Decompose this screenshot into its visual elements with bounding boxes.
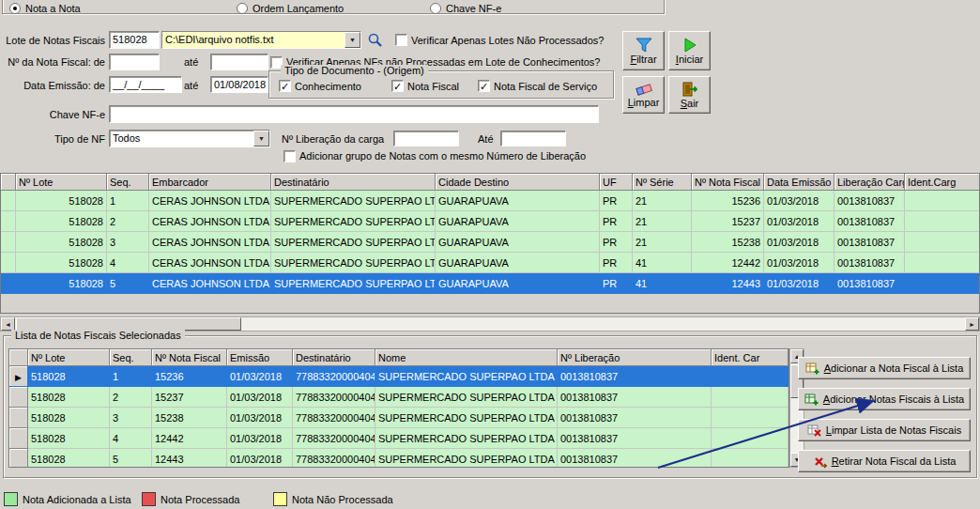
cell[interactable] bbox=[712, 387, 789, 408]
cell[interactable]: SUPERMERCADO SUPERPAO LTDA bbox=[375, 387, 558, 408]
cell[interactable]: 77883320000404 bbox=[293, 428, 375, 449]
cell[interactable] bbox=[905, 253, 980, 273]
cell[interactable] bbox=[905, 273, 980, 294]
data-ate-input[interactable]: 01/08/2018 bbox=[210, 76, 268, 93]
column-header[interactable]: Nº Nota Fiscal bbox=[152, 349, 227, 366]
cell[interactable]: 15238 bbox=[692, 232, 764, 253]
radio-nota-a-nota[interactable]: Nota a Nota bbox=[9, 2, 81, 15]
cell[interactable]: 01/03/2018 bbox=[764, 191, 835, 211]
cell[interactable]: 0013810837 bbox=[835, 273, 905, 294]
cell[interactable]: SUPERMERCADO SUPERPAO LTDA bbox=[375, 408, 558, 428]
cell[interactable]: 0013810837 bbox=[558, 428, 712, 449]
cell[interactable]: PR bbox=[600, 191, 633, 211]
data-de-input[interactable]: __/__/____ bbox=[109, 76, 182, 93]
cell[interactable]: GUARAPUAVA bbox=[436, 191, 600, 211]
column-header[interactable]: UF bbox=[600, 174, 633, 191]
cell[interactable]: 01/03/2018 bbox=[764, 211, 835, 232]
cell[interactable] bbox=[905, 232, 980, 253]
cell[interactable]: 01/03/2018 bbox=[227, 387, 293, 408]
notas-selecionadas-grid[interactable]: Nº LoteSeq.Nº Nota FiscalEmissãoDestinat… bbox=[8, 348, 789, 468]
cell[interactable]: GUARAPUAVA bbox=[436, 232, 600, 253]
cell[interactable] bbox=[712, 449, 789, 468]
scroll-right-icon[interactable]: ► bbox=[965, 317, 979, 331]
cell[interactable]: 1 bbox=[107, 191, 149, 211]
cell[interactable]: 0013810837 bbox=[835, 191, 905, 211]
cell[interactable]: 5 bbox=[110, 449, 152, 468]
cell[interactable]: 01/03/2018 bbox=[227, 366, 293, 387]
cell[interactable]: PR bbox=[600, 232, 633, 253]
cell[interactable]: 518028 bbox=[16, 232, 107, 253]
table-row[interactable]: 5180285CERAS JOHNSON LTDASUPERMERCADO SU… bbox=[1, 273, 979, 294]
cell[interactable]: 01/03/2018 bbox=[227, 408, 293, 428]
cell[interactable]: 0013810837 bbox=[835, 211, 905, 232]
column-header[interactable]: Nº Série bbox=[633, 174, 692, 191]
cell[interactable] bbox=[905, 191, 980, 211]
radio-icon[interactable] bbox=[430, 3, 441, 14]
table-row[interactable]: 5180281CERAS JOHNSON LTDASUPERMERCADO SU… bbox=[1, 191, 979, 211]
cell[interactable]: SUPERMERCADO SUPERPAO LTDA bbox=[271, 253, 436, 273]
cell[interactable]: 12442 bbox=[692, 253, 764, 273]
tipo-nf-value[interactable]: Todos bbox=[110, 131, 253, 147]
table-row[interactable]: 51802821523701/03/201877883320000404SUPE… bbox=[9, 387, 789, 408]
table-row[interactable]: 5180282CERAS JOHNSON LTDASUPERMERCADO SU… bbox=[1, 211, 979, 232]
cell[interactable]: GUARAPUAVA bbox=[436, 273, 600, 294]
cell[interactable]: SUPERMERCADO SUPERPAO LTDA bbox=[375, 449, 558, 468]
cell[interactable]: 2 bbox=[110, 387, 152, 408]
radio-icon[interactable] bbox=[237, 3, 248, 14]
column-header[interactable]: Nome bbox=[375, 349, 558, 366]
cell[interactable]: 518028 bbox=[16, 273, 107, 294]
column-header[interactable]: Ident.Carg bbox=[905, 174, 980, 191]
cell[interactable]: CERAS JOHNSON LTDA bbox=[149, 253, 271, 273]
radio-icon[interactable] bbox=[9, 3, 21, 14]
cell[interactable] bbox=[712, 366, 789, 387]
radio-ordem-lancamento[interactable]: Ordem Lançamento bbox=[237, 2, 344, 15]
cell[interactable]: 41 bbox=[633, 273, 692, 294]
cell[interactable]: SUPERMERCADO SUPERPAO LTDA bbox=[271, 232, 436, 253]
table-row[interactable]: 5180284CERAS JOHNSON LTDASUPERMERCADO SU… bbox=[1, 253, 979, 273]
cell[interactable]: 01/03/2018 bbox=[764, 273, 835, 294]
lote-input[interactable]: 518028 bbox=[109, 31, 160, 49]
cell[interactable]: 77883320000404 bbox=[293, 387, 375, 408]
cell[interactable]: SUPERMERCADO SUPERPAO LTDA bbox=[375, 366, 558, 387]
scroll-left-icon[interactable]: ◄ bbox=[1, 317, 15, 331]
tipo-nf-combobox[interactable]: Todos ▼ bbox=[109, 130, 270, 147]
arquivo-value[interactable]: C:\EDI\arquivo notfis.txt bbox=[162, 32, 345, 48]
cell[interactable]: SUPERMERCADO SUPERPAO LTDA bbox=[375, 428, 558, 449]
column-header[interactable]: Destinatário bbox=[293, 349, 375, 366]
iniciar-button[interactable]: Iniciar bbox=[668, 31, 711, 70]
cell[interactable]: 4 bbox=[107, 253, 149, 273]
column-header[interactable]: Nº Lote bbox=[16, 174, 107, 191]
column-header[interactable]: Embarcador bbox=[149, 174, 271, 191]
cell[interactable]: CERAS JOHNSON LTDA bbox=[149, 211, 271, 232]
cell[interactable]: 15238 bbox=[152, 408, 227, 428]
cell[interactable]: CERAS JOHNSON LTDA bbox=[149, 191, 271, 211]
cell[interactable]: 12442 bbox=[152, 428, 227, 449]
cell[interactable]: 01/03/2018 bbox=[764, 253, 835, 273]
cell[interactable]: 4 bbox=[110, 428, 152, 449]
cell[interactable]: 518028 bbox=[28, 428, 110, 449]
cell[interactable]: 518028 bbox=[28, 408, 110, 428]
cell[interactable]: 0013810837 bbox=[558, 387, 712, 408]
nota-fiscal-servico-checkbox[interactable] bbox=[478, 80, 490, 92]
filtrar-button[interactable]: Filtrar bbox=[622, 31, 665, 70]
cell[interactable]: 1 bbox=[110, 366, 152, 387]
chevron-down-icon[interactable]: ▼ bbox=[253, 131, 269, 147]
column-header[interactable]: Ident. Car bbox=[712, 349, 789, 366]
retirar-nota-fiscal-button[interactable]: Retirar Nota Fiscal da Lista bbox=[798, 450, 971, 472]
cell[interactable]: 77883320000404 bbox=[293, 408, 375, 428]
cell[interactable]: 518028 bbox=[28, 449, 110, 468]
cell[interactable]: 3 bbox=[110, 408, 152, 428]
cell[interactable]: SUPERMERCADO SUPERPAO LTDA bbox=[271, 191, 436, 211]
verificar-lotes-checkbox[interactable] bbox=[395, 34, 407, 46]
cell[interactable] bbox=[905, 211, 980, 232]
adicionar-grupo-checkbox[interactable] bbox=[283, 150, 296, 162]
notas-fiscais-grid[interactable]: Nº LoteSeq.EmbarcadorDestinatárioCidade … bbox=[0, 173, 980, 314]
cell[interactable]: 0013810837 bbox=[558, 366, 712, 387]
column-header[interactable]: Nº Liberação bbox=[558, 349, 712, 366]
scrollbar-thumb[interactable] bbox=[16, 317, 241, 331]
cell[interactable]: 518028 bbox=[16, 253, 107, 273]
search-icon[interactable] bbox=[367, 32, 383, 48]
cell[interactable]: 77883320000404 bbox=[293, 449, 375, 468]
liberacao-de-input[interactable] bbox=[393, 131, 459, 147]
cell[interactable]: 5 bbox=[107, 273, 149, 294]
